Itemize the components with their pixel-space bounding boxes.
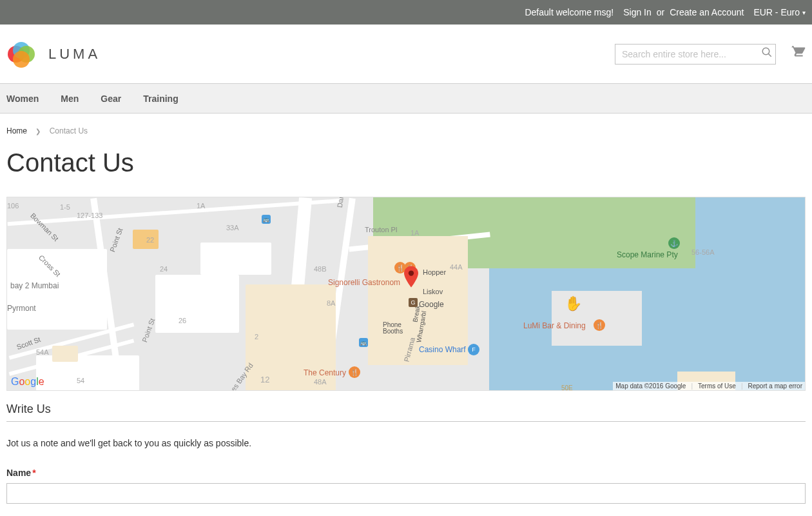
required-mark: * bbox=[32, 468, 35, 478]
map-road-label: Trouton Pl bbox=[365, 226, 397, 233]
logo-mark-icon bbox=[6, 39, 35, 68]
map-house-number: 8A bbox=[327, 299, 335, 307]
breadcrumb-home[interactable]: Home bbox=[6, 126, 27, 135]
search-button[interactable] bbox=[761, 46, 773, 61]
map-terms-link[interactable]: Terms of Use bbox=[698, 382, 736, 390]
currency-label: EUR - Euro bbox=[753, 7, 800, 17]
map-house-number: 24 bbox=[160, 265, 168, 273]
cart-button[interactable] bbox=[789, 43, 806, 64]
map-poi-label: Casino Wharf bbox=[419, 345, 466, 354]
map-poi-label: LuMi Bar & Dining bbox=[523, 321, 586, 330]
map-canvas: Point St Bowman St Cross St bay 2 Mumbai… bbox=[7, 197, 805, 390]
map-data-label: Map data ©2016 Google bbox=[615, 382, 686, 390]
map-house-number: 26 bbox=[179, 317, 186, 324]
map-road-label: Point St bbox=[140, 317, 156, 343]
svg-line-1 bbox=[768, 54, 771, 57]
transport-icon: 🚌 bbox=[262, 215, 271, 224]
map-house-number: 54A bbox=[36, 348, 49, 356]
restaurant-icon: 🍴 bbox=[349, 366, 360, 378]
map-street-label: Bowman St bbox=[29, 212, 60, 243]
top-bar: Default welcome msg! Sign In or Create a… bbox=[0, 0, 812, 25]
map-house-number: 22 bbox=[146, 236, 154, 244]
chevron-down-icon: ▾ bbox=[802, 9, 806, 16]
ferry-icon: F bbox=[468, 344, 479, 355]
transport-icon: 🚌 bbox=[359, 338, 368, 347]
main-nav: Women Men Gear Training bbox=[0, 83, 812, 114]
map-house-number: 44A bbox=[450, 263, 463, 271]
nav-men[interactable]: Men bbox=[61, 94, 79, 104]
svg-point-2 bbox=[409, 270, 414, 275]
name-input[interactable] bbox=[6, 483, 806, 504]
map-poi-label: Scope Marine Pty bbox=[617, 250, 678, 259]
google-building-icon: G bbox=[409, 298, 418, 307]
sign-in-link[interactable]: Sign In bbox=[623, 7, 652, 17]
restaurant-icon: 🍴 bbox=[594, 319, 605, 331]
map-poi-label: The Century bbox=[304, 368, 346, 377]
breadcrumb: Home ❯ Contact Us bbox=[6, 114, 806, 142]
or-label: or bbox=[657, 7, 664, 17]
nav-women[interactable]: Women bbox=[6, 94, 39, 104]
logo-text: LUMA bbox=[48, 46, 101, 63]
map-pin-icon bbox=[404, 265, 418, 288]
write-us-subtitle: Jot us a note and we'll get back to you … bbox=[6, 438, 806, 448]
map-house-number: 106 bbox=[7, 202, 19, 210]
map-house-number: 48A bbox=[314, 378, 327, 386]
search-box bbox=[615, 44, 776, 64]
map-house-number: 2 bbox=[255, 333, 258, 341]
cart-icon bbox=[789, 45, 806, 64]
map-house-number: 48B bbox=[314, 265, 327, 273]
search-input[interactable] bbox=[615, 44, 776, 64]
map-scale-label: 50E bbox=[561, 384, 573, 391]
top-links: Sign In or Create an Account bbox=[623, 7, 744, 17]
map-road-label: Darl bbox=[336, 197, 345, 208]
store-logo[interactable]: LUMA bbox=[6, 39, 101, 68]
map-poi-label: Liskov bbox=[423, 288, 443, 295]
write-us-title: Write Us bbox=[6, 402, 806, 422]
search-icon bbox=[761, 48, 773, 61]
map-attribution: Map data ©2016 Google | Terms of Use | R… bbox=[613, 382, 805, 390]
welcome-message: Default welcome msg! bbox=[525, 7, 614, 17]
map-house-number: 56-56A bbox=[691, 248, 714, 256]
map-house-number: 1A bbox=[411, 229, 419, 237]
chevron-right-icon: ❯ bbox=[35, 128, 41, 135]
google-logo[interactable]: Google bbox=[11, 376, 44, 388]
location-map[interactable]: Point St Bowman St Cross St bay 2 Mumbai… bbox=[6, 197, 806, 391]
map-report-link[interactable]: Report a map error bbox=[748, 382, 802, 390]
breadcrumb-current: Contact Us bbox=[50, 126, 88, 135]
marine-icon: ⚓ bbox=[668, 237, 680, 249]
map-street-label: bay 2 Mumbai bbox=[10, 281, 59, 290]
create-account-link[interactable]: Create an Account bbox=[670, 7, 744, 17]
map-street-label: Point St bbox=[108, 227, 124, 253]
name-label: Name* bbox=[6, 468, 806, 478]
map-poi-label: Google bbox=[419, 300, 444, 309]
main-header: LUMA bbox=[0, 25, 812, 83]
map-poi-label: Phone Booths bbox=[383, 322, 403, 335]
map-house-number: 1-5 bbox=[60, 203, 70, 211]
nav-training[interactable]: Training bbox=[143, 94, 178, 104]
map-house-number: 54 bbox=[77, 377, 84, 384]
hand-cursor-icon: ✋ bbox=[565, 295, 580, 311]
svg-point-0 bbox=[762, 48, 769, 55]
page-title: Contact Us bbox=[6, 148, 806, 177]
map-house-number: 12 bbox=[260, 375, 269, 384]
map-house-number: 1A bbox=[197, 202, 205, 210]
map-poi-label: Hopper bbox=[423, 268, 446, 276]
map-house-number: 33A bbox=[226, 224, 239, 232]
currency-switcher[interactable]: EUR - Euro ▾ bbox=[753, 7, 806, 17]
map-poi-label: Signorelli Gastronom bbox=[328, 278, 400, 287]
map-street-label: Pyrmont bbox=[7, 304, 36, 313]
main-content: Home ❯ Contact Us Contact Us Point St Bo… bbox=[0, 114, 812, 504]
nav-gear[interactable]: Gear bbox=[101, 94, 121, 104]
map-house-number: 127-133 bbox=[77, 212, 102, 219]
